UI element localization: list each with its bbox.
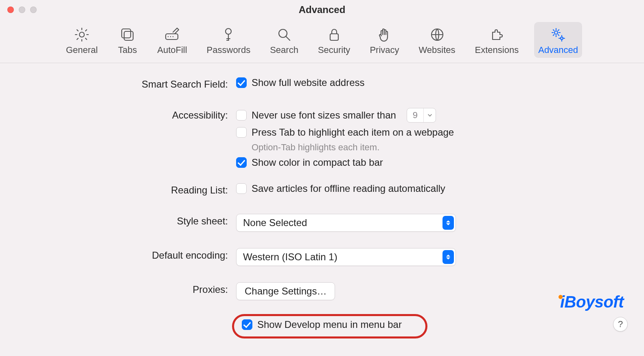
- tab-label: General: [66, 45, 98, 55]
- pencil-field-icon: [164, 26, 181, 43]
- style-sheet-popup[interactable]: None Selected: [236, 214, 456, 232]
- proxies-label: Proxies:: [0, 282, 228, 295]
- advanced-pane: Smart Search Field: Show full website ad…: [0, 63, 644, 333]
- tab-passwords[interactable]: Passwords: [203, 22, 255, 58]
- svg-point-6: [173, 36, 173, 37]
- tab-label: Extensions: [475, 45, 519, 55]
- tab-label: Search: [270, 45, 298, 55]
- min-font-label: Never use font sizes smaller than: [252, 110, 396, 121]
- show-full-address-label: Show full website address: [252, 77, 364, 88]
- svg-point-4: [168, 36, 169, 37]
- titlebar: Advanced: [0, 0, 644, 20]
- updown-stepper-icon: [442, 216, 454, 230]
- key-icon: [220, 26, 237, 43]
- globe-icon: [429, 26, 446, 43]
- show-develop-menu-label: Show Develop menu in menu bar: [257, 319, 402, 330]
- compact-color-label: Show color in compact tab bar: [252, 157, 383, 168]
- option-tab-hint: Option-Tab highlights each item.: [252, 142, 379, 153]
- change-proxy-settings-button[interactable]: Change Settings…: [236, 282, 335, 300]
- press-tab-checkbox[interactable]: [236, 127, 247, 138]
- tab-label: Websites: [419, 45, 456, 55]
- svg-rect-3: [166, 34, 178, 40]
- default-encoding-value: Western (ISO Latin 1): [243, 251, 337, 263]
- window-title: Advanced: [0, 4, 644, 15]
- tab-privacy[interactable]: Privacy: [366, 22, 403, 58]
- tab-label: Security: [318, 45, 350, 55]
- svg-point-5: [170, 36, 171, 37]
- tab-tabs[interactable]: Tabs: [113, 22, 142, 58]
- watermark-logo: iBoysoft: [556, 293, 624, 311]
- compact-color-checkbox[interactable]: [236, 157, 247, 168]
- min-font-size-combo[interactable]: 9: [407, 108, 436, 123]
- minimize-button[interactable]: [19, 7, 25, 13]
- gear-icon: [73, 26, 90, 43]
- press-tab-label: Press Tab to highlight each item on a we…: [252, 127, 454, 138]
- min-font-size-value: 9: [407, 110, 423, 121]
- tab-general[interactable]: General: [62, 22, 102, 58]
- svg-point-7: [226, 29, 231, 34]
- tab-label: Privacy: [370, 45, 399, 55]
- default-encoding-label: Default encoding:: [0, 248, 228, 261]
- close-button[interactable]: [7, 7, 14, 13]
- updown-stepper-icon: [442, 250, 454, 264]
- svg-rect-9: [330, 34, 338, 40]
- maximize-button[interactable]: [30, 7, 37, 13]
- search-icon: [276, 26, 293, 43]
- traffic-lights: [7, 7, 37, 13]
- hand-icon: [376, 26, 393, 43]
- tab-label: AutoFill: [157, 45, 187, 55]
- tab-security[interactable]: Security: [314, 22, 354, 58]
- svg-point-11: [554, 31, 558, 34]
- tabs-icon: [119, 26, 136, 43]
- tab-websites[interactable]: Websites: [415, 22, 460, 58]
- chevron-down-icon: [423, 108, 436, 122]
- reading-list-label: Reading List:: [0, 183, 228, 196]
- show-develop-menu-checkbox[interactable]: [242, 319, 252, 330]
- offline-reading-label: Save articles for offline reading automa…: [252, 183, 445, 194]
- lock-icon: [326, 26, 343, 43]
- show-full-address-checkbox[interactable]: [236, 77, 247, 88]
- svg-point-8: [279, 29, 287, 37]
- tab-advanced[interactable]: Advanced: [534, 22, 582, 58]
- style-sheet-value: None Selected: [243, 217, 307, 229]
- svg-rect-1: [122, 29, 131, 38]
- offline-reading-checkbox[interactable]: [236, 183, 247, 194]
- help-button[interactable]: ?: [613, 317, 628, 332]
- gears-icon: [550, 26, 567, 43]
- smart-search-label: Smart Search Field:: [0, 77, 228, 90]
- tab-search[interactable]: Search: [266, 22, 302, 58]
- svg-rect-2: [124, 31, 133, 40]
- tab-label: Passwords: [207, 45, 251, 55]
- style-sheet-label: Style sheet:: [0, 214, 228, 227]
- svg-point-0: [79, 32, 84, 37]
- default-encoding-popup[interactable]: Western (ISO Latin 1): [236, 248, 456, 266]
- tab-autofill[interactable]: AutoFill: [153, 22, 191, 58]
- min-font-checkbox[interactable]: [236, 110, 247, 121]
- tab-label: Advanced: [538, 45, 578, 55]
- svg-point-12: [561, 37, 563, 40]
- puzzle-icon: [488, 26, 505, 43]
- tab-extensions[interactable]: Extensions: [471, 22, 523, 58]
- preferences-toolbar: General Tabs AutoFill Passwords Search S…: [0, 20, 644, 63]
- accessibility-label: Accessibility:: [0, 108, 228, 121]
- tab-label: Tabs: [118, 45, 137, 55]
